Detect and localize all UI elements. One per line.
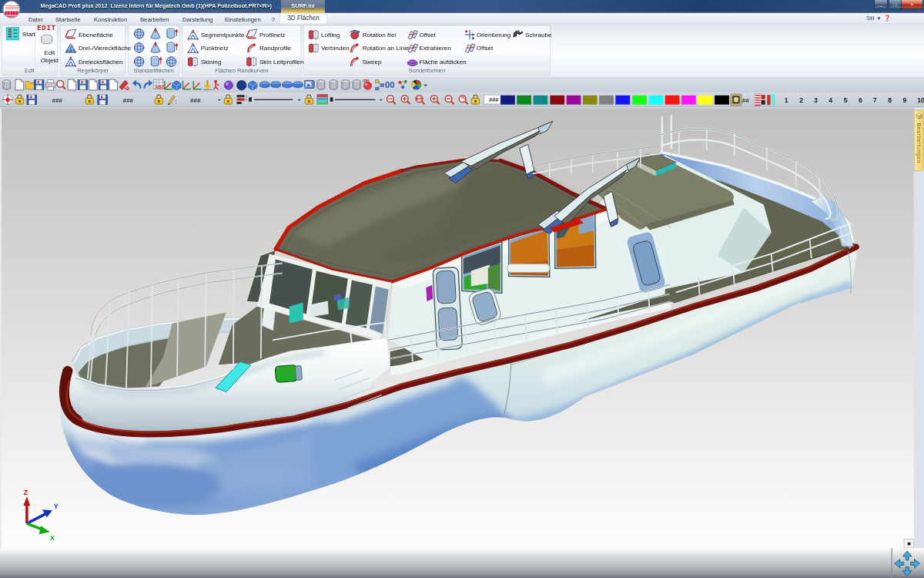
svg-text:1: 1 xyxy=(785,96,788,104)
svg-text:##: ## xyxy=(742,97,750,104)
svg-text:Dreiecksflächen: Dreiecksflächen xyxy=(79,59,123,66)
svg-text:00: 00 xyxy=(385,80,395,89)
svg-text:Rotation frei: Rotation frei xyxy=(363,32,397,39)
svg-text:8: 8 xyxy=(888,96,892,104)
svg-text:Offset: Offset xyxy=(419,32,436,39)
svg-text:Skin Leitprofilen: Skin Leitprofilen xyxy=(259,59,304,66)
svg-text:6: 6 xyxy=(859,96,862,104)
svg-text:Punktnetz: Punktnetz xyxy=(201,45,229,52)
svg-text:Fläche aufdicken: Fläche aufdicken xyxy=(419,59,466,66)
svg-text:Profilnetz: Profilnetz xyxy=(259,32,286,39)
svg-text:ABC: ABC xyxy=(155,85,164,89)
svg-text:Z: Z xyxy=(24,489,28,496)
svg-text:4: 4 xyxy=(829,96,832,104)
svg-text:Lofting: Lofting xyxy=(321,32,340,39)
svg-text:Start: Start xyxy=(22,31,36,38)
svg-text:3: 3 xyxy=(814,96,818,104)
svg-text:Skining: Skining xyxy=(201,59,222,66)
svg-text:Randprofile: Randprofile xyxy=(259,45,292,52)
svg-text:Rotation an Linie: Rotation an Linie xyxy=(363,45,410,52)
svg-text:Orientierung: Orientierung xyxy=(477,32,511,39)
svg-text:###: ### xyxy=(52,97,63,104)
svg-text:7: 7 xyxy=(873,96,877,104)
svg-text:Drei-/Viereckfläche: Drei-/Viereckfläche xyxy=(79,45,132,52)
svg-text:9: 9 xyxy=(903,96,907,104)
svg-text:Ebenefläche: Ebenefläche xyxy=(79,32,114,39)
svg-text:Sweep: Sweep xyxy=(363,59,382,66)
svg-text:IPB: IPB xyxy=(363,79,370,83)
svg-text:###: ### xyxy=(489,96,499,103)
svg-text:X: X xyxy=(50,534,55,542)
svg-text::: : xyxy=(176,98,177,105)
svg-text:Objekt: Objekt xyxy=(41,57,59,64)
svg-text:EDIT: EDIT xyxy=(37,25,56,32)
svg-text:Extrahieren: Extrahieren xyxy=(419,45,450,52)
svg-text:Verbinden: Verbinden xyxy=(321,45,350,52)
svg-text:Offset: Offset xyxy=(477,45,494,52)
svg-text:Edit: Edit xyxy=(44,49,55,56)
svg-text:###: ### xyxy=(122,97,133,104)
svg-text:Segmentpunkte: Segmentpunkte xyxy=(201,32,245,39)
svg-text:2: 2 xyxy=(799,96,803,104)
svg-text:###: ### xyxy=(190,97,201,104)
svg-text:5: 5 xyxy=(844,96,848,104)
svg-text:10: 10 xyxy=(917,96,924,104)
svg-text:Schraube: Schraube xyxy=(525,32,552,39)
svg-text:Y: Y xyxy=(54,502,59,510)
